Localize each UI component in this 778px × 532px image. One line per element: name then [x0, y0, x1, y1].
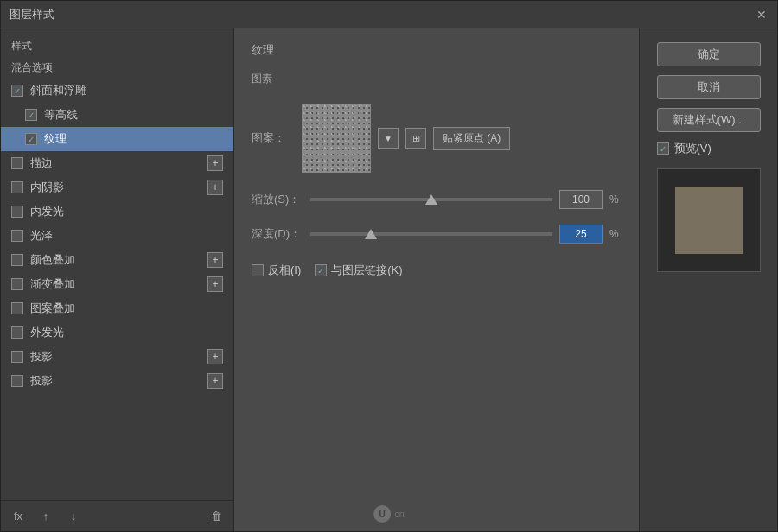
left-panel-content: 样式 混合选项 斜面和浮雕 等高线 纹理: [1, 28, 233, 500]
texture-section-title: 纹理: [252, 42, 622, 58]
pattern-label: 图案：: [252, 130, 295, 146]
new-style-button[interactable]: 新建样式(W)...: [657, 108, 761, 132]
drop-shadow-1-label: 投影: [30, 349, 53, 364]
scale-unit: %: [609, 193, 622, 206]
dialog-body: 样式 混合选项 斜面和浮雕 等高线 纹理: [1, 28, 777, 531]
scale-slider-thumb[interactable]: [425, 194, 437, 205]
stroke-label: 描边: [30, 155, 53, 171]
scale-slider-track[interactable]: [310, 198, 552, 201]
contour-checkbox[interactable]: [25, 109, 37, 121]
outer-glow-checkbox[interactable]: [11, 326, 23, 339]
inner-glow-checkbox[interactable]: [11, 206, 23, 218]
inner-shadow-checkbox[interactable]: [11, 181, 23, 193]
scale-row: 缩放(S)： %: [252, 190, 622, 209]
inner-glow-label: 内发光: [30, 204, 64, 219]
drop-shadow-1-checkbox[interactable]: [11, 351, 23, 363]
bevel-checkbox[interactable]: [11, 85, 23, 97]
blend-options-header: 混合选项: [1, 57, 233, 79]
preview-inner: [675, 187, 743, 254]
styles-header: 样式: [1, 35, 233, 57]
gradient-overlay-checkbox[interactable]: [11, 278, 23, 290]
move-up-button[interactable]: ↑: [35, 508, 56, 525]
sidebar-item-drop-shadow-2[interactable]: 投影 +: [1, 369, 233, 393]
cancel-button[interactable]: 取消: [657, 75, 761, 99]
gradient-overlay-label: 渐变叠加: [30, 276, 75, 292]
right-panel: 确定 取消 新建样式(W)... 预览(V): [639, 28, 777, 531]
ok-button[interactable]: 确定: [657, 42, 761, 66]
stroke-add-btn[interactable]: +: [207, 155, 223, 171]
color-overlay-label: 颜色叠加: [30, 252, 75, 268]
invert-checkbox[interactable]: [252, 264, 264, 276]
pattern-overlay-checkbox[interactable]: [11, 302, 23, 314]
depth-slider-thumb[interactable]: [365, 229, 377, 239]
depth-input[interactable]: [559, 225, 603, 244]
depth-row: 深度(D)： %: [252, 225, 622, 244]
preview-canvas: [657, 168, 761, 272]
sidebar-item-color-overlay[interactable]: 颜色叠加 +: [1, 248, 233, 272]
options-row: 反相(I) 与图层链接(K): [252, 263, 622, 278]
sidebar-item-pattern-overlay[interactable]: 图案叠加: [1, 296, 233, 320]
preview-checkbox[interactable]: [657, 142, 669, 155]
sidebar-item-outer-glow[interactable]: 外发光: [1, 320, 233, 345]
title-bar: 图层样式 ✕: [1, 1, 777, 28]
snap-btn[interactable]: ⊞: [405, 128, 426, 149]
stroke-checkbox[interactable]: [11, 157, 23, 169]
layer-style-dialog: 图层样式 ✕ 样式 混合选项 斜面和浮雕 等高线: [0, 0, 778, 532]
bevel-label: 斜面和浮雕: [30, 83, 86, 98]
texture-label: 纹理: [44, 131, 67, 147]
sidebar-item-gradient-overlay[interactable]: 渐变叠加 +: [1, 272, 233, 296]
left-panel: 样式 混合选项 斜面和浮雕 等高线 纹理: [1, 28, 234, 531]
sidebar-item-stroke[interactable]: 描边 +: [1, 151, 233, 175]
drop-shadow-2-label: 投影: [30, 373, 53, 389]
pattern-dropdown-btn[interactable]: ▼: [378, 128, 399, 149]
sidebar-item-texture[interactable]: 纹理: [1, 127, 233, 151]
gradient-overlay-add-btn[interactable]: +: [207, 276, 223, 292]
pattern-overlay-label: 图案叠加: [30, 301, 75, 316]
invert-item[interactable]: 反相(I): [252, 263, 301, 278]
sidebar-item-satin[interactable]: 光泽: [1, 224, 233, 248]
satin-checkbox[interactable]: [11, 230, 23, 242]
drop-shadow-2-checkbox[interactable]: [11, 375, 23, 387]
invert-label: 反相(I): [268, 263, 301, 278]
texture-subsection-title: 图素: [252, 72, 622, 86]
inner-shadow-label: 内阴影: [30, 180, 64, 195]
pattern-preview: [302, 104, 371, 173]
color-overlay-checkbox[interactable]: [11, 254, 23, 266]
texture-checkbox[interactable]: [25, 133, 37, 145]
delete-button[interactable]: 🗑: [206, 508, 226, 525]
watermark: U cn: [373, 505, 405, 522]
depth-unit: %: [609, 228, 622, 240]
color-overlay-add-btn[interactable]: +: [207, 252, 223, 268]
fx-button[interactable]: fx: [8, 508, 29, 525]
preview-label: 预览(V): [674, 141, 711, 156]
left-panel-footer: fx ↑ ↓ 🗑: [1, 500, 233, 531]
link-layers-label: 与图层链接(K): [331, 263, 402, 278]
outer-glow-label: 外发光: [30, 325, 64, 340]
move-down-button[interactable]: ↓: [63, 508, 84, 525]
preview-section: 预览(V): [657, 141, 761, 156]
sidebar-item-inner-glow[interactable]: 内发光: [1, 200, 233, 224]
drop-shadow-2-add-btn[interactable]: +: [207, 373, 223, 389]
scale-label: 缩放(S)：: [252, 192, 303, 207]
sidebar-item-drop-shadow-1[interactable]: 投影 +: [1, 345, 233, 369]
noise-texture: [303, 104, 370, 172]
link-layers-checkbox[interactable]: [315, 264, 327, 276]
close-button[interactable]: ✕: [755, 8, 768, 22]
scale-input[interactable]: [559, 190, 603, 209]
sidebar-item-contour[interactable]: 等高线: [1, 103, 233, 127]
watermark-icon: U: [373, 505, 391, 522]
depth-label: 深度(D)：: [252, 226, 303, 242]
sidebar-item-bevel-emboss[interactable]: 斜面和浮雕: [1, 79, 233, 103]
inner-shadow-add-btn[interactable]: +: [207, 180, 223, 195]
watermark-text: cn: [394, 509, 405, 519]
pattern-row: 图案： ▼ ⊞ 贴紧原点 (A): [252, 104, 622, 173]
contour-label: 等高线: [44, 107, 78, 123]
drop-shadow-1-add-btn[interactable]: +: [207, 349, 223, 364]
sidebar-item-inner-shadow[interactable]: 内阴影 +: [1, 175, 233, 200]
satin-label: 光泽: [30, 228, 53, 244]
snap-to-origin-button[interactable]: 贴紧原点 (A): [433, 127, 510, 150]
depth-slider-track[interactable]: [310, 232, 552, 236]
middle-panel: 纹理 图素 图案： ▼ ⊞ 贴紧原点 (A) 缩放(S)： %: [234, 28, 639, 531]
link-layers-item[interactable]: 与图层链接(K): [315, 263, 402, 278]
dialog-title: 图层样式: [10, 7, 54, 22]
